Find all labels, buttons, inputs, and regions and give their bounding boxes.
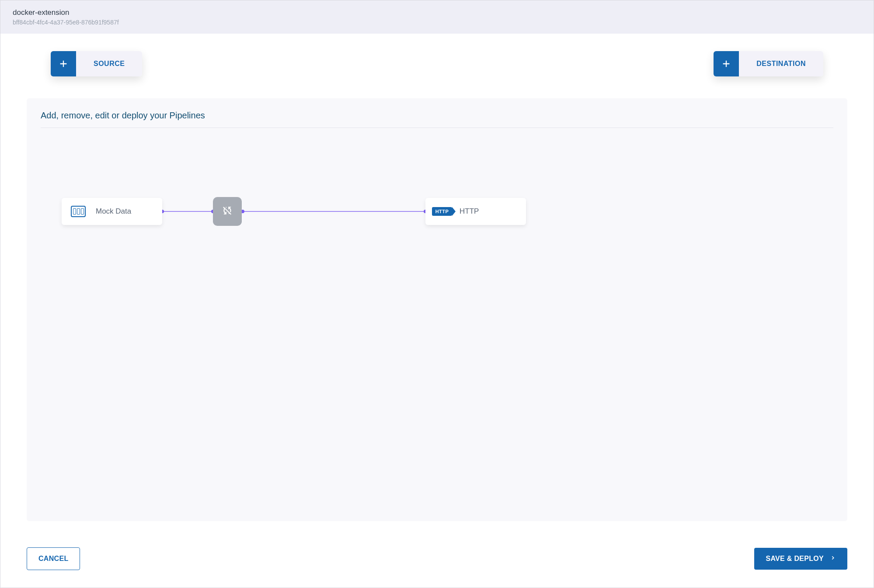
add-source-label: SOURCE: [76, 51, 142, 76]
cancel-button[interactable]: CANCEL: [27, 547, 80, 570]
chevron-right-icon: [830, 555, 836, 563]
header: docker-extension bff84cbf-4fc4-4a37-95e8…: [0, 0, 874, 34]
connector-line: [242, 211, 425, 212]
http-icon: HTTP: [434, 205, 450, 218]
pipeline-node-destination-label: HTTP: [460, 207, 479, 216]
add-destination-button[interactable]: DESTINATION: [714, 51, 823, 76]
plus-icon: [714, 51, 739, 76]
pipeline-node-source-label: Mock Data: [96, 207, 131, 216]
footer: CANCEL SAVE & DEPLOY: [0, 534, 874, 588]
add-source-button[interactable]: SOURCE: [51, 51, 142, 76]
connector-line: [162, 211, 213, 212]
panel-title: Add, remove, edit or deploy your Pipelin…: [41, 111, 833, 128]
add-destination-label: DESTINATION: [739, 51, 823, 76]
content: SOURCE DESTINATION Add, remove, edit or …: [0, 34, 874, 534]
top-buttons-row: SOURCE DESTINATION: [51, 51, 823, 76]
pipeline-panel: Add, remove, edit or deploy your Pipelin…: [27, 98, 847, 521]
pipeline-node-destination[interactable]: HTTP HTTP: [425, 198, 526, 225]
mock-data-icon: [70, 205, 86, 218]
header-title: docker-extension: [13, 8, 861, 17]
sync-disabled-icon: [222, 205, 233, 218]
pipeline-node-source[interactable]: Mock Data: [62, 198, 162, 225]
header-subtitle: bff84cbf-4fc4-4a37-95e8-876b91f9587f: [13, 19, 861, 26]
plus-icon: [51, 51, 76, 76]
pipeline-node-transform[interactable]: [213, 197, 242, 226]
save-deploy-button[interactable]: SAVE & DEPLOY: [754, 548, 847, 570]
pipeline-canvas[interactable]: Mock Data HTTP HTTP: [41, 128, 833, 504]
app-root: docker-extension bff84cbf-4fc4-4a37-95e8…: [0, 0, 874, 588]
save-deploy-label: SAVE & DEPLOY: [766, 555, 824, 563]
